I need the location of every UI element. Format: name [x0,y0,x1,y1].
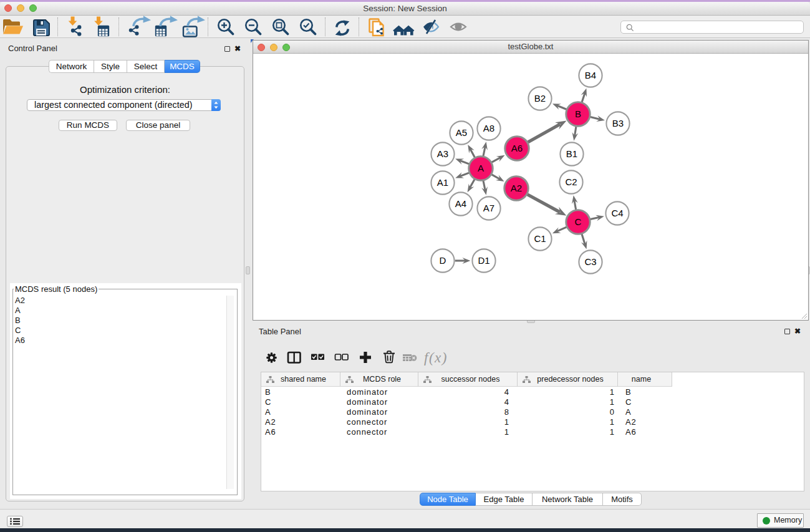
svg-text:D: D [440,255,446,266]
svg-text:B: B [575,109,581,119]
svg-text:A4: A4 [455,198,466,209]
svg-text:B1: B1 [566,148,577,159]
svg-text:C3: C3 [584,256,596,267]
svg-text:A: A [478,163,484,173]
svg-text:C: C [575,216,582,227]
svg-text:C4: C4 [611,208,623,218]
svg-text:A1: A1 [437,177,448,188]
svg-text:A5: A5 [456,127,467,138]
svg-text:D1: D1 [478,255,489,266]
svg-text:C2: C2 [565,177,577,187]
svg-text:B4: B4 [585,70,596,80]
svg-text:A8: A8 [483,123,494,133]
svg-text:C1: C1 [534,233,546,244]
svg-text:A3: A3 [437,148,448,159]
svg-text:A6: A6 [511,143,523,153]
svg-text:B3: B3 [612,118,624,128]
svg-text:f(x): f(x) [424,350,448,365]
svg-text:B2: B2 [534,93,546,104]
svg-text:A7: A7 [483,203,494,213]
svg-text:A2: A2 [511,183,522,193]
